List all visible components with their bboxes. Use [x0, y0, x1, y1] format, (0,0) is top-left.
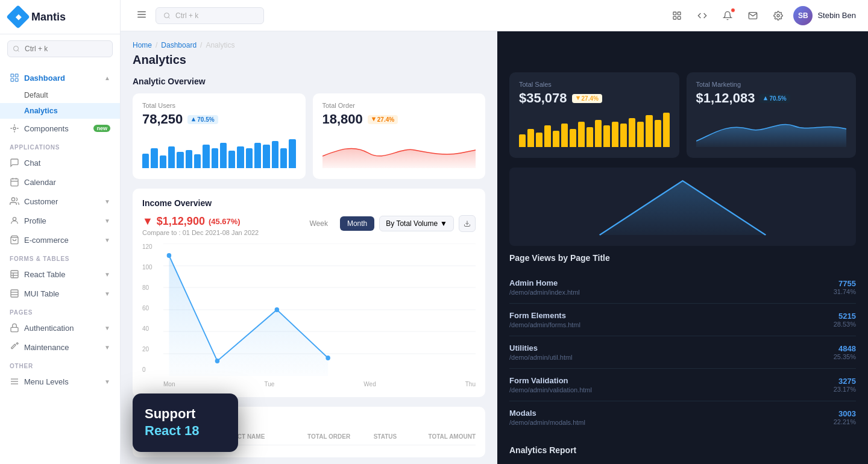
- download-icon: [464, 220, 471, 227]
- support-react-label: React 18: [145, 423, 200, 438]
- stat-badge-users: 70.5%: [187, 115, 218, 124]
- support-text: Support React 18: [145, 406, 226, 440]
- code-button[interactable]: [692, 5, 712, 26]
- sidebar-nav: Dashboard ▲ Default Analytics Components…: [0, 63, 120, 464]
- pv-url-0: /demo/admin/index.html: [509, 289, 580, 296]
- pv-item-1: Form Elements /demo/admin/forms.html 521…: [509, 304, 856, 336]
- topbar: Ctrl + k SB Stebin Ben: [121, 0, 868, 31]
- maintenance-icon: [10, 342, 19, 352]
- stat-badge-marketing: 70.5%: [760, 94, 790, 103]
- content-right: Total Sales $35,078 27.4%: [497, 31, 868, 464]
- pv-url-4: /demo/admin/modals.html: [509, 419, 585, 426]
- svg-rect-27: [673, 12, 676, 15]
- month-button[interactable]: Month: [340, 216, 374, 231]
- pv-item-3: Form Validation /demo/admin/validation.h…: [509, 369, 856, 401]
- react-table-chevron: ▼: [104, 271, 110, 278]
- col-header-status: STATUS: [357, 433, 414, 440]
- svg-point-44: [326, 356, 330, 360]
- apps-button[interactable]: [667, 5, 687, 26]
- customer-chevron: ▼: [104, 198, 110, 205]
- search-placeholder: Ctrl + k: [175, 11, 198, 20]
- col-header-amount: TOTAL AMOUNT: [418, 433, 476, 440]
- svg-point-43: [275, 307, 280, 312]
- svg-rect-1: [15, 74, 18, 77]
- svg-marker-46: [764, 96, 767, 100]
- dark-income-chart-svg: [517, 175, 849, 241]
- pv-url-2: /demo/admin/util.html: [509, 354, 573, 361]
- components-badge: new: [93, 125, 110, 132]
- y-axis: 120 100 80 60 40 20 0: [142, 243, 160, 373]
- settings-button[interactable]: [768, 5, 788, 26]
- arrow-down-sales-icon: [576, 96, 580, 101]
- income-overview-section: Income Overview ▼ $1,12,900 (45.67%) Com…: [133, 189, 485, 397]
- customer-icon: [10, 196, 19, 206]
- apps-icon: [672, 11, 682, 20]
- pv-pct-4: 22.21%: [834, 418, 856, 425]
- menu-toggle-button[interactable]: [133, 5, 151, 26]
- sidebar-item-calendar[interactable]: Calendar: [0, 172, 120, 192]
- svg-point-41: [167, 253, 172, 258]
- stat-value-order: 18,800: [322, 111, 363, 127]
- dashboard-chevron: ▲: [104, 75, 110, 81]
- pv-pct-1: 28.53%: [834, 321, 856, 328]
- arrow-down-icon: [371, 117, 376, 122]
- breadcrumb-home[interactable]: Home: [133, 41, 152, 49]
- income-controls: Week Month By Total Volume ▼: [302, 215, 476, 232]
- breadcrumb-dashboard[interactable]: Dashboard: [161, 41, 197, 49]
- auth-chevron: ▼: [104, 325, 110, 331]
- topbar-search[interactable]: Ctrl + k: [156, 7, 264, 24]
- pv-count-2: 4848: [834, 344, 856, 353]
- svg-rect-0: [11, 74, 14, 77]
- pv-count-1: 5215: [834, 312, 856, 321]
- week-button[interactable]: Week: [302, 216, 335, 231]
- notification-badge: [731, 8, 735, 13]
- chat-icon: [10, 158, 19, 168]
- sidebar-item-customer[interactable]: Customer ▼: [0, 192, 120, 211]
- pv-count-3: 3275: [834, 377, 856, 386]
- svg-marker-33: [372, 118, 376, 121]
- sidebar-item-react-table[interactable]: React Table ▼: [0, 265, 120, 284]
- volume-select[interactable]: By Total Volume ▼: [379, 216, 454, 231]
- svg-rect-3: [15, 78, 18, 81]
- pages-label: Pages: [0, 303, 120, 318]
- topbar-right: SB Stebin Ben: [667, 5, 856, 26]
- mail-icon: [748, 11, 758, 20]
- sidebar-item-profile[interactable]: Profile ▼: [0, 211, 120, 230]
- stat-card-total-order: Total Order 18,800 27.4%: [313, 93, 486, 179]
- sidebar-item-analytics[interactable]: Analytics: [0, 103, 120, 119]
- col-header-order: TOTAL ORDER: [306, 433, 352, 440]
- sidebar-item-mui-table[interactable]: MUI Table ▼: [0, 284, 120, 303]
- arrow-up-icon: [191, 117, 196, 122]
- sidebar-item-maintenance[interactable]: Maintenance ▼: [0, 337, 120, 357]
- income-title: Income Overview: [142, 198, 476, 208]
- pv-url-1: /demo/admin/forms.html: [509, 321, 580, 328]
- sidebar-item-default[interactable]: Default: [0, 87, 120, 103]
- sidebar-item-authentication[interactable]: Authentication ▼: [0, 318, 120, 337]
- components-icon: [10, 124, 19, 133]
- sidebar-item-ecommerce[interactable]: E-commerce ▼: [0, 230, 120, 249]
- dark-income-chart-area: Fri Sat Sun: [509, 168, 856, 246]
- messages-button[interactable]: [743, 5, 763, 26]
- arrow-up-marketing-icon: [763, 96, 768, 101]
- download-button[interactable]: [459, 215, 476, 232]
- stat-card-total-sales: Total Sales $35,078 27.4%: [509, 72, 679, 158]
- stat-card-total-marketing: Total Marketing $1,12,083 70.5%: [687, 72, 857, 158]
- maintenance-chevron: ▼: [104, 344, 110, 351]
- react-table-icon: [10, 269, 19, 279]
- stat-value-marketing: $1,12,083: [696, 90, 755, 106]
- notifications-button[interactable]: [717, 5, 738, 26]
- svg-rect-30: [678, 16, 681, 19]
- sidebar-item-menu-levels[interactable]: Menu Levels ▼: [0, 372, 120, 391]
- gear-icon: [773, 11, 783, 20]
- sidebar-item-chat[interactable]: Chat: [0, 153, 120, 172]
- user-name: Stebin Ben: [817, 11, 856, 20]
- search-input[interactable]: [7, 40, 113, 57]
- sidebar-item-components[interactable]: Components new: [0, 119, 120, 138]
- svg-rect-12: [11, 271, 18, 278]
- sidebar-item-dashboard[interactable]: Dashboard ▲: [0, 68, 120, 87]
- stat-badge-sales: 27.4%: [572, 94, 602, 103]
- hamburger-icon: [136, 9, 147, 20]
- svg-rect-29: [673, 16, 676, 19]
- support-react18-popup[interactable]: Support React 18: [133, 393, 238, 452]
- page-views-title: Page Views by Page Title: [509, 253, 856, 263]
